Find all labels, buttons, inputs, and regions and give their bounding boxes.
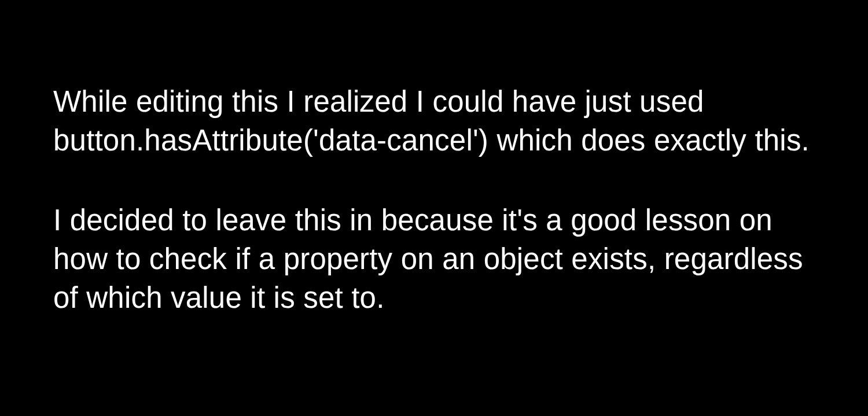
paragraph-1: While editing this I realized I could ha…: [53, 82, 817, 160]
slide-content: While editing this I realized I could ha…: [53, 82, 817, 318]
paragraph-2: I decided to leave this in because it's …: [53, 201, 817, 318]
